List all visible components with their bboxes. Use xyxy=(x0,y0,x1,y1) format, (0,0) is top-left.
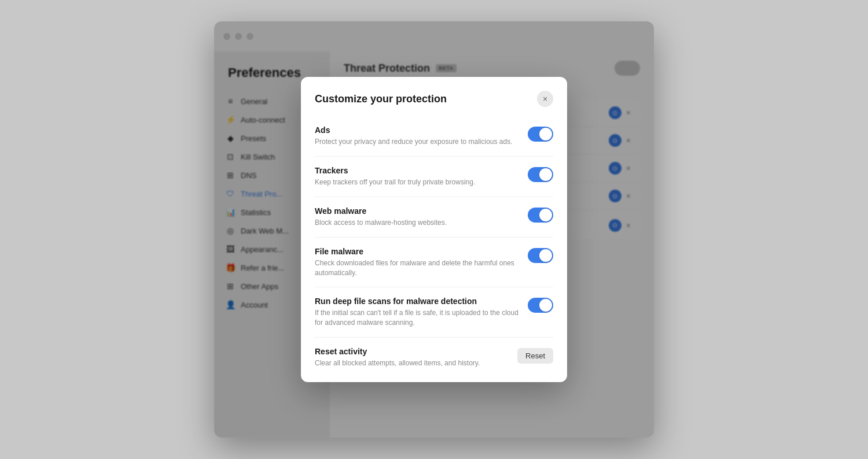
reset-row: Reset activity Clear all blocked attempt… xyxy=(315,338,553,368)
toggle-row-file-malware: File malware Check downloaded files for … xyxy=(315,238,553,288)
toggle-row-trackers: Trackers Keep trackers off your trail fo… xyxy=(315,157,553,197)
modal-body: Ads Protect your privacy and reduce your… xyxy=(301,116,567,382)
toggle-desc-trackers: Keep trackers off your trail for truly p… xyxy=(315,177,518,187)
toggle-label-deep-scan: Run deep file scans for malware detectio… xyxy=(315,297,518,306)
toggle-trackers[interactable] xyxy=(528,167,553,182)
app-window: Preferences ≡ General ⚡ Auto-connect ◆ P… xyxy=(214,21,654,438)
toggle-row-ads: Ads Protect your privacy and reduce your… xyxy=(315,116,553,157)
toggle-label-file-malware: File malware xyxy=(315,247,518,256)
reset-label: Reset activity xyxy=(315,347,508,356)
toggle-row-deep-scan: Run deep file scans for malware detectio… xyxy=(315,287,553,338)
toggle-label-web-malware: Web malware xyxy=(315,206,518,216)
toggle-ads[interactable] xyxy=(528,127,553,142)
toggle-web-malware[interactable] xyxy=(528,208,553,223)
toggle-file-malware[interactable] xyxy=(528,248,553,263)
modal-header: Customize your protection × xyxy=(301,77,567,116)
reset-desc: Clear all blocked attempts, allowed item… xyxy=(315,358,508,368)
toggle-label-trackers: Trackers xyxy=(315,166,518,175)
toggle-desc-web-malware: Block access to malware-hosting websites… xyxy=(315,218,518,228)
toggle-desc-deep-scan: If the initial scan can't tell if a file… xyxy=(315,308,518,328)
close-icon: × xyxy=(543,94,547,103)
toggle-deep-scan[interactable] xyxy=(528,298,553,313)
reset-button[interactable]: Reset xyxy=(517,348,553,364)
toggle-desc-file-malware: Check downloaded files for malware and d… xyxy=(315,258,518,278)
customize-modal: Customize your protection × Ads Protect … xyxy=(301,77,567,382)
toggle-row-web-malware: Web malware Block access to malware-host… xyxy=(315,197,553,238)
modal-close-button[interactable]: × xyxy=(537,91,553,107)
toggle-label-ads: Ads xyxy=(315,125,518,135)
modal-overlay: Customize your protection × Ads Protect … xyxy=(214,21,654,438)
toggle-desc-ads: Protect your privacy and reduce your exp… xyxy=(315,137,518,147)
modal-title: Customize your protection xyxy=(315,93,447,105)
